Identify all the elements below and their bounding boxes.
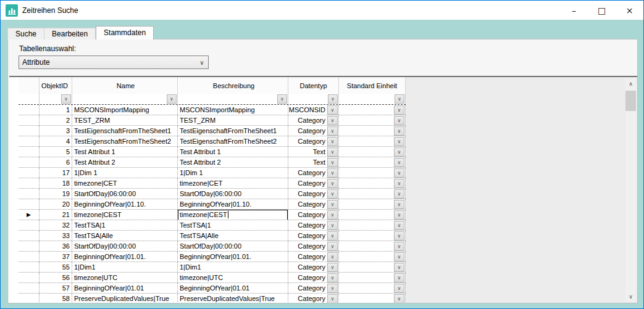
cell-objektid[interactable]: 57: [40, 283, 72, 293]
cell-datentyp[interactable]: Category ∨: [288, 252, 339, 262]
datentyp-dropdown-button[interactable]: ∨: [327, 126, 338, 136]
row-header-cell[interactable]: [19, 105, 40, 115]
cell-standard-einheit[interactable]: ∨: [339, 105, 406, 115]
row-header-cell[interactable]: [19, 262, 40, 272]
column-header-objektid[interactable]: ObjektID: [40, 77, 72, 94]
datentyp-dropdown-button[interactable]: ∨: [327, 200, 338, 209]
datentyp-dropdown-button[interactable]: ∨: [327, 147, 338, 157]
cell-objektid[interactable]: 19: [40, 189, 72, 199]
row-header-cell[interactable]: [19, 294, 40, 303]
cell-name[interactable]: 1|Dim 1: [72, 168, 178, 178]
table-row[interactable]: 1 MSCONSImportMapping MSCONSImportMappin…: [19, 105, 406, 115]
cell-edit-textbox[interactable]: timezone|CEST: [178, 210, 288, 220]
cell-name[interactable]: timezone|UTC: [72, 273, 178, 282]
datentyp-dropdown-button[interactable]: ∨: [327, 105, 338, 115]
filter-dropdown-button-name[interactable]: ∨: [167, 94, 177, 104]
datentyp-dropdown-button[interactable]: ∨: [327, 273, 338, 282]
cell-name[interactable]: BeginningOfYear|01.01: [72, 283, 178, 293]
cell-standard-einheit[interactable]: ∨: [339, 126, 406, 136]
einheit-dropdown-button[interactable]: ∨: [394, 210, 404, 220]
cell-datentyp[interactable]: Category ∨: [288, 178, 339, 188]
cell-standard-einheit[interactable]: ∨: [339, 220, 406, 230]
row-header-cell[interactable]: [19, 199, 40, 209]
einheit-dropdown-button[interactable]: ∨: [394, 273, 404, 282]
cell-name[interactable]: TestEigenschaftFromTheSheet1: [72, 126, 178, 136]
table-row[interactable]: 2 TEST_ZRM TEST_ZRM Category ∨ ∨: [19, 115, 406, 126]
datentyp-dropdown-button[interactable]: ∨: [327, 284, 338, 293]
filter-dropdown-button-objektid[interactable]: ∨: [61, 94, 71, 104]
scroll-up-button[interactable]: ∧: [625, 78, 636, 89]
cell-objektid[interactable]: 5: [40, 147, 72, 157]
cell-beschreibung[interactable]: 1|Dim 1: [178, 168, 288, 178]
cell-objektid[interactable]: 20: [40, 199, 72, 209]
cell-name[interactable]: timezone|CET: [72, 178, 178, 188]
column-header-standard-einheit[interactable]: Standard Einheit: [339, 77, 406, 94]
table-row[interactable]: 56 timezone|UTC timezone|UTC Category ∨ …: [19, 273, 406, 283]
row-header-cell[interactable]: [19, 126, 40, 136]
table-row[interactable]: 55 1|Dim1 1|Dim1 Category ∨ ∨: [19, 262, 406, 273]
cell-beschreibung[interactable]: timezone|UTC: [178, 273, 288, 282]
column-header-datentyp[interactable]: Datentyp: [288, 77, 339, 94]
datentyp-dropdown-button[interactable]: ∨: [327, 158, 338, 167]
table-row[interactable]: 36 StartOfDay|00:00:00 StartOfDay|00:00:…: [19, 241, 406, 252]
table-row[interactable]: 3 TestEigenschaftFromTheSheet1 TestEigen…: [19, 126, 406, 136]
tab-bearbeiten[interactable]: Bearbeiten: [44, 28, 96, 39]
cell-standard-einheit[interactable]: ∨: [339, 168, 406, 178]
close-button[interactable]: ×: [616, 1, 643, 20]
einheit-dropdown-button[interactable]: ∨: [394, 263, 404, 272]
table-row[interactable]: 18 timezone|CET timezone|CET Category ∨ …: [19, 178, 406, 189]
table-row[interactable]: ▶ 21 timezone|CEST timezone|CEST Categor…: [19, 210, 406, 220]
cell-standard-einheit[interactable]: ∨: [339, 252, 406, 262]
cell-objektid[interactable]: 36: [40, 241, 72, 251]
cell-beschreibung[interactable]: MSCONSImportMapping: [178, 105, 288, 115]
column-header-beschreibung[interactable]: Beschreibung: [178, 77, 288, 94]
row-header-cell[interactable]: [19, 283, 40, 293]
filter-dropdown-button-datentyp[interactable]: ∨: [328, 94, 338, 104]
cell-datentyp[interactable]: Category ∨: [288, 136, 339, 146]
cell-standard-einheit[interactable]: ∨: [339, 147, 406, 157]
einheit-dropdown-button[interactable]: ∨: [394, 294, 404, 303]
row-header-cell[interactable]: [19, 252, 40, 262]
table-row[interactable]: 6 Test Attribut 2 Test Attribut 2 Text ∨…: [19, 157, 406, 168]
datentyp-dropdown-button[interactable]: ∨: [327, 168, 338, 178]
cell-datentyp[interactable]: Category ∨: [288, 168, 339, 178]
row-header-cell[interactable]: [19, 189, 40, 199]
table-row[interactable]: 5 Test Attribut 1 Test Attribut 1 Text ∨…: [19, 147, 406, 157]
cell-standard-einheit[interactable]: ∨: [339, 294, 406, 303]
row-header-cell[interactable]: [19, 168, 40, 178]
cell-datentyp[interactable]: Category ∨: [288, 262, 339, 272]
cell-objektid[interactable]: 3: [40, 126, 72, 136]
cell-datentyp[interactable]: Category ∨: [288, 241, 339, 251]
einheit-dropdown-button[interactable]: ∨: [394, 284, 404, 293]
column-header-name[interactable]: Name: [72, 77, 178, 94]
vertical-scrollbar[interactable]: ∧ ∨: [625, 78, 636, 302]
table-row[interactable]: 4 TestEigenschaftFromTheSheet2 TestEigen…: [19, 136, 406, 147]
scroll-down-button[interactable]: ∨: [625, 291, 636, 302]
table-select-combobox[interactable]: Attribute ∨: [19, 56, 209, 69]
einheit-dropdown-button[interactable]: ∨: [394, 158, 404, 167]
cell-standard-einheit[interactable]: ∨: [339, 262, 406, 272]
datentyp-dropdown-button[interactable]: ∨: [327, 263, 338, 272]
tab-suche[interactable]: Suche: [7, 28, 44, 39]
cell-objektid[interactable]: 4: [40, 136, 72, 146]
cell-datentyp[interactable]: MSCONSID ∨: [288, 105, 339, 115]
cell-beschreibung[interactable]: TestTSA|1: [178, 220, 288, 230]
row-header-cell[interactable]: [19, 115, 40, 125]
cell-objektid[interactable]: 55: [40, 262, 72, 272]
cell-objektid[interactable]: 18: [40, 178, 72, 188]
cell-datentyp[interactable]: Category ∨: [288, 283, 339, 293]
filter-dropdown-button-standard-einheit[interactable]: ∨: [395, 94, 404, 104]
datentyp-dropdown-button[interactable]: ∨: [327, 294, 338, 303]
cell-objektid[interactable]: 17: [40, 168, 72, 178]
cell-beschreibung[interactable]: timezone|CET: [178, 178, 288, 188]
cell-standard-einheit[interactable]: ∨: [339, 157, 406, 167]
datentyp-dropdown-button[interactable]: ∨: [327, 252, 338, 262]
einheit-dropdown-button[interactable]: ∨: [394, 105, 404, 115]
einheit-dropdown-button[interactable]: ∨: [394, 168, 404, 178]
cell-name[interactable]: Test Attribut 2: [72, 157, 178, 167]
cell-name[interactable]: timezone|CEST: [72, 210, 178, 220]
cell-datentyp[interactable]: Text ∨: [288, 157, 339, 167]
cell-beschreibung[interactable]: timezone|CEST: [178, 210, 288, 220]
cell-standard-einheit[interactable]: ∨: [339, 283, 406, 293]
row-header-cell[interactable]: [19, 147, 40, 157]
